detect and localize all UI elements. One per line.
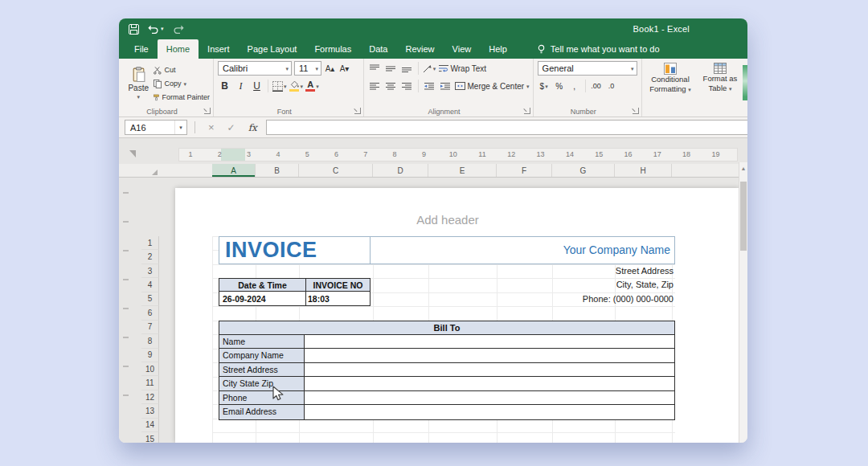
bill-to-value-cell[interactable] — [305, 363, 674, 376]
date-time-header[interactable]: Date & Time — [219, 279, 306, 292]
borders-button[interactable]: ▾ — [272, 79, 287, 93]
row-header-1[interactable]: 1 — [141, 236, 159, 250]
select-all-corner[interactable] — [141, 164, 159, 177]
comma-style-button[interactable]: , — [568, 79, 581, 93]
column-header-f[interactable]: F — [497, 164, 552, 177]
address-line[interactable]: Street Address — [370, 264, 675, 278]
row-header-7[interactable]: 7 — [141, 321, 159, 334]
orientation-button[interactable]: ▾ — [423, 61, 436, 76]
undo-button[interactable]: ▾ — [148, 25, 164, 34]
align-middle-button[interactable] — [384, 61, 398, 76]
invoice-time[interactable]: 18:03 — [306, 292, 370, 305]
align-right-button[interactable] — [400, 79, 414, 93]
name-box-dropdown-icon[interactable]: ▾ — [174, 121, 186, 134]
fill-color-button[interactable]: ▾ — [289, 79, 304, 93]
company-name[interactable]: Your Company Name — [371, 237, 674, 264]
conditional-formatting-button[interactable]: Conditional Formatting ▾ — [646, 61, 694, 105]
insert-function-icon[interactable]: fx — [248, 122, 257, 133]
row-header-14[interactable]: 14 — [141, 419, 159, 432]
row-header-4[interactable]: 4 — [141, 278, 159, 292]
bill-to-value-cell[interactable] — [305, 405, 674, 419]
percent-style-button[interactable]: % — [553, 79, 566, 93]
increase-indent-button[interactable] — [439, 79, 452, 93]
format-painter-button[interactable]: Format Painter — [154, 92, 210, 103]
cancel-icon[interactable]: × — [208, 121, 215, 133]
align-top-button[interactable] — [368, 61, 382, 76]
row-header-15[interactable]: 15 — [141, 432, 159, 443]
font-family-combo[interactable]: Calibri ▾ — [218, 61, 292, 76]
tab-file[interactable]: File — [125, 39, 158, 59]
row-header-9[interactable]: 9 — [141, 349, 159, 362]
tab-formulas[interactable]: Formulas — [305, 39, 360, 59]
shrink-font-button[interactable]: A▾ — [338, 61, 350, 76]
tab-review[interactable]: Review — [396, 39, 443, 59]
column-header-d[interactable]: D — [373, 164, 428, 177]
column-header-g[interactable]: G — [552, 164, 615, 177]
bill-to-label[interactable]: Name — [219, 335, 305, 348]
name-box[interactable]: A16 ▾ — [125, 120, 187, 135]
address-line[interactable]: City, State, Zip — [370, 278, 675, 292]
row-header-8[interactable]: 8 — [141, 334, 159, 348]
header-placeholder[interactable]: Add header — [175, 213, 720, 227]
bill-to-value-cell[interactable] — [305, 377, 674, 390]
bill-to-label[interactable]: Phone — [219, 391, 305, 404]
row-header-10[interactable]: 10 — [141, 362, 159, 376]
scroll-up-icon[interactable]: ▲ — [739, 166, 747, 171]
invoice-title[interactable]: INVOICE — [219, 237, 371, 264]
italic-button[interactable]: I — [234, 79, 248, 93]
bill-to-label[interactable]: Email Address — [219, 405, 305, 419]
align-center-button[interactable] — [384, 79, 398, 93]
column-header-a[interactable]: A — [212, 164, 256, 177]
align-bottom-button[interactable] — [400, 61, 414, 76]
number-dialog-launcher[interactable] — [633, 108, 639, 114]
row-header-2[interactable]: 2 — [141, 250, 159, 264]
row-header-13[interactable]: 13 — [141, 404, 159, 418]
number-format-combo[interactable]: General ▾ — [538, 61, 637, 76]
grow-font-button[interactable]: A▴ — [324, 61, 336, 76]
copy-button[interactable]: Copy ▾ — [154, 78, 210, 89]
bill-to-label[interactable]: Company Name — [219, 349, 305, 362]
bill-to-value-cell[interactable] — [305, 349, 674, 362]
bill-to-value-cell[interactable] — [305, 335, 674, 348]
address-line[interactable]: Phone: (000) 000-0000 — [370, 292, 675, 306]
tab-home[interactable]: Home — [158, 39, 199, 59]
font-color-button[interactable]: A ▾ — [305, 79, 319, 93]
tab-insert[interactable]: Insert — [199, 39, 239, 59]
enter-icon[interactable]: ✓ — [227, 122, 235, 133]
font-size-combo[interactable]: 11 ▾ — [294, 61, 321, 76]
tab-data[interactable]: Data — [360, 39, 396, 59]
decrease-decimal-button[interactable]: .0 — [605, 79, 618, 93]
scrollbar-thumb[interactable] — [740, 182, 747, 251]
column-header-e[interactable]: E — [428, 164, 497, 177]
tab-view[interactable]: View — [444, 39, 481, 59]
column-header-b[interactable]: B — [256, 164, 299, 177]
worksheet-page[interactable]: Add header INVOICE Your Company Name Str… — [175, 188, 739, 443]
bill-to-value-cell[interactable] — [305, 391, 674, 404]
alignment-dialog-launcher[interactable] — [524, 108, 530, 114]
underline-button[interactable]: U — [250, 79, 264, 93]
save-button[interactable] — [129, 24, 139, 35]
column-header-h[interactable]: H — [615, 164, 672, 177]
increase-decimal-button[interactable]: .00 — [590, 79, 603, 93]
vertical-scrollbar[interactable]: ▲ — [739, 162, 747, 443]
tab-page-layout[interactable]: Page Layout — [239, 39, 306, 59]
font-dialog-launcher[interactable] — [354, 108, 361, 114]
invoice-date[interactable]: 26-09-2024 — [219, 292, 306, 305]
row-header-6[interactable]: 6 — [141, 306, 159, 320]
align-left-button[interactable] — [368, 79, 382, 93]
wrap-text-button[interactable]: Wrap Text — [439, 61, 487, 76]
column-header-c[interactable]: C — [299, 164, 373, 177]
redo-button[interactable] — [173, 25, 184, 34]
accounting-format-button[interactable]: $ ▾ — [538, 79, 551, 93]
cut-button[interactable]: Cut — [154, 64, 210, 76]
merge-center-button[interactable]: Merge & Center ▾ — [455, 79, 530, 93]
decrease-indent-button[interactable] — [423, 79, 436, 93]
bold-button[interactable]: B — [218, 79, 231, 93]
clipboard-dialog-launcher[interactable] — [204, 108, 211, 114]
row-header-5[interactable]: 5 — [141, 292, 159, 306]
format-as-table-button[interactable]: Format as Table ▾ — [696, 61, 744, 105]
row-header-3[interactable]: 3 — [141, 264, 159, 278]
bill-to-label[interactable]: City State Zip — [219, 377, 305, 390]
formula-input[interactable] — [266, 120, 747, 135]
tell-me-search[interactable]: Tell me what you want to do — [537, 39, 660, 59]
